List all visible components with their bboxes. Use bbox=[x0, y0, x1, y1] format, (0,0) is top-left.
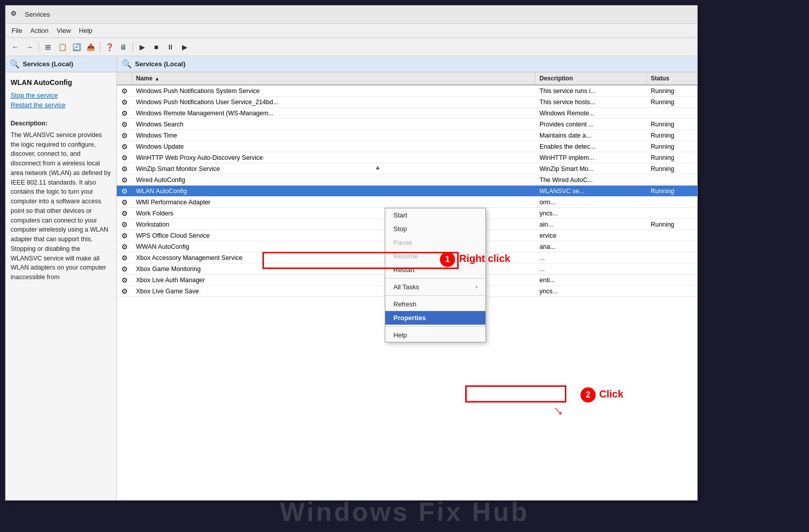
restart-link[interactable]: Restart the service bbox=[11, 101, 111, 109]
main-panel-icon: 🔍 bbox=[122, 59, 132, 69]
context-menu: Start Stop Pause Resume Restart All Task… bbox=[385, 208, 486, 342]
sidebar-header-text: Services (Local) bbox=[23, 60, 73, 68]
row-status: Running bbox=[647, 142, 697, 152]
main-panel-header: 🔍 Services (Local) bbox=[117, 56, 697, 72]
row-description: ... bbox=[535, 253, 647, 263]
row-status bbox=[647, 179, 697, 182]
pause-service-button[interactable]: ⏸ bbox=[164, 41, 177, 53]
context-restart[interactable]: Restart bbox=[385, 263, 485, 277]
menu-help[interactable]: Help bbox=[75, 25, 97, 36]
row-description: ... bbox=[535, 264, 647, 274]
row-description: yncs... bbox=[535, 208, 647, 218]
row-description: Enables the detec... bbox=[535, 142, 647, 152]
context-sep3 bbox=[385, 326, 485, 327]
table-row[interactable]: ⚙ Windows Update Enables the detec... Ru… bbox=[117, 141, 697, 152]
menu-view[interactable]: View bbox=[53, 25, 75, 36]
toolbar-sep3 bbox=[132, 42, 133, 52]
properties-button[interactable]: 🖥 bbox=[117, 41, 130, 53]
table-header: Name ▲ Description Status bbox=[117, 72, 697, 85]
row-description: WinHTTP implem... bbox=[535, 153, 647, 163]
refresh-button[interactable]: 🔄 bbox=[70, 41, 83, 53]
col-icon[interactable] bbox=[117, 72, 132, 84]
col-name[interactable]: Name ▲ bbox=[132, 72, 535, 84]
forward-button[interactable]: → bbox=[23, 41, 36, 53]
back-button[interactable]: ← bbox=[9, 41, 22, 53]
context-stop[interactable]: Stop bbox=[385, 222, 485, 236]
services-window: ⚙ Services File Action View Help ← → ⊞ 📋… bbox=[5, 5, 698, 501]
stop-service-button[interactable]: ■ bbox=[150, 41, 163, 53]
row-icon: ⚙ bbox=[117, 242, 132, 252]
menu-bar: File Action View Help bbox=[6, 24, 697, 38]
context-pause: Pause bbox=[385, 236, 485, 249]
row-status: Running bbox=[647, 164, 697, 174]
row-status bbox=[647, 268, 697, 271]
table-row[interactable]: ⚙ WinHTTP Web Proxy Auto-Discovery Servi… bbox=[117, 152, 697, 163]
row-description: yncs... bbox=[535, 286, 647, 296]
row-name: Windows Search bbox=[132, 119, 535, 129]
menu-file[interactable]: File bbox=[8, 25, 26, 36]
scroll-indicator: ▲ bbox=[375, 164, 381, 171]
context-refresh[interactable]: Refresh bbox=[385, 297, 485, 311]
table-row[interactable]: ⚙ WinZip Smart Monitor Service WinZip Sm… bbox=[117, 163, 697, 174]
show-hide-button[interactable]: ⊞ bbox=[41, 41, 55, 53]
row-name: Windows Update bbox=[132, 142, 535, 152]
row-status: Running bbox=[647, 97, 697, 107]
table-row[interactable]: ⚙ WMI Performance Adapter orm... bbox=[117, 197, 697, 208]
table-row[interactable]: ⚙ Windows Push Notifications System Serv… bbox=[117, 85, 697, 97]
row-status: Running bbox=[647, 186, 697, 196]
row-description: This service hosts... bbox=[535, 97, 647, 107]
table-row[interactable]: ⚙ Windows Search Provides content ... Ru… bbox=[117, 119, 697, 130]
context-all-tasks[interactable]: All Tasks › bbox=[385, 280, 485, 294]
col-description[interactable]: Description bbox=[535, 72, 647, 84]
row-description: WinZip Smart Mo... bbox=[535, 164, 647, 174]
sidebar-service-name: WLAN AutoConfig bbox=[6, 72, 116, 88]
row-status: Running bbox=[647, 86, 697, 96]
row-description: Maintains date a... bbox=[535, 130, 647, 141]
export-button[interactable]: 📤 bbox=[84, 41, 97, 53]
table-row[interactable]: ⚙ WLAN AutoConfig WLANSVC se... Running bbox=[117, 186, 697, 197]
step2-label: Click bbox=[599, 388, 623, 400]
row-status: Running bbox=[647, 153, 697, 163]
row-status bbox=[647, 112, 697, 115]
window-icon: ⚙ bbox=[11, 10, 21, 20]
content-area: 🔍 Services (Local) WLAN AutoConfig Stop … bbox=[6, 56, 697, 500]
row-icon: ⚙ bbox=[117, 164, 132, 174]
row-icon: ⚙ bbox=[117, 197, 132, 207]
description-text: The WLANSVC service provides the logic r… bbox=[11, 131, 111, 281]
sidebar-header: 🔍 Services (Local) bbox=[6, 56, 116, 72]
table-row[interactable]: ⚙ Windows Push Notifications User Servic… bbox=[117, 97, 697, 108]
start-service-button[interactable]: ▶ bbox=[136, 41, 149, 53]
context-help[interactable]: Help bbox=[385, 328, 485, 342]
context-sep1 bbox=[385, 278, 485, 279]
context-properties[interactable]: Properties bbox=[385, 311, 485, 325]
row-description: ervice bbox=[535, 231, 647, 241]
copy-button[interactable]: 📋 bbox=[56, 41, 69, 53]
table-row[interactable]: ⚙ Wired AutoConfig The Wired AutoC... bbox=[117, 174, 697, 186]
row-status bbox=[647, 256, 697, 259]
row-name: WinZip Smart Monitor Service bbox=[132, 164, 535, 174]
row-name: WMI Performance Adapter bbox=[132, 197, 535, 207]
context-sep2 bbox=[385, 295, 485, 296]
row-name: Windows Time bbox=[132, 130, 535, 141]
row-icon: ⚙ bbox=[117, 231, 132, 241]
table-row[interactable]: ⚙ Windows Remote Management (WS-Managem.… bbox=[117, 108, 697, 119]
row-icon: ⚙ bbox=[117, 130, 132, 141]
row-description: The Wired AutoC... bbox=[535, 175, 647, 185]
context-start[interactable]: Start bbox=[385, 208, 485, 222]
step2-badge: 2 bbox=[580, 387, 596, 403]
menu-action[interactable]: Action bbox=[26, 25, 53, 36]
stop-link[interactable]: Stop the service bbox=[11, 92, 111, 99]
restart-service-button[interactable]: ▶ bbox=[178, 41, 191, 53]
row-description: Windows Remote... bbox=[535, 108, 647, 118]
table-row[interactable]: ⚙ Windows Time Maintains date a... Runni… bbox=[117, 130, 697, 141]
sidebar-header-icon: 🔍 bbox=[10, 59, 20, 69]
col-status[interactable]: Status bbox=[647, 72, 697, 84]
help-button[interactable]: ❓ bbox=[103, 41, 116, 53]
window-title: Services bbox=[25, 11, 50, 18]
row-status: Running bbox=[647, 119, 697, 129]
row-description: WLANSVC se... bbox=[535, 186, 647, 196]
toolbar-sep2 bbox=[100, 42, 100, 52]
row-icon: ⚙ bbox=[117, 108, 132, 118]
row-icon: ⚙ bbox=[117, 186, 132, 196]
row-status: Running bbox=[647, 130, 697, 141]
